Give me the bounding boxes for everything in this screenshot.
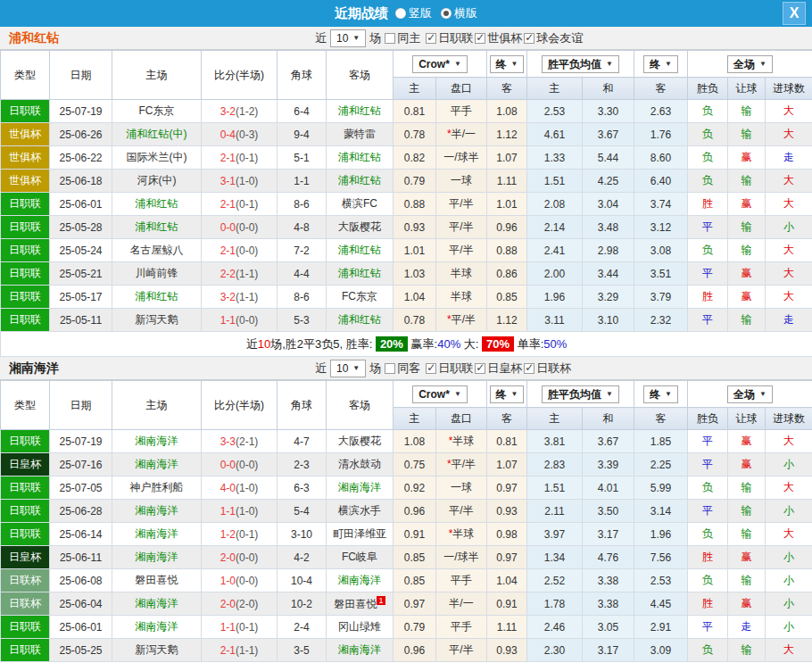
mean-period-select[interactable]: 终▼ — [643, 55, 678, 73]
odds-period-select[interactable]: 终▼ — [490, 385, 525, 403]
away-team: FC岐阜 — [327, 546, 394, 569]
mean-away: 3.14 — [634, 500, 688, 523]
result-handicap: 输 — [728, 639, 766, 662]
league-filter[interactable]: 球会友谊 — [524, 30, 583, 46]
odds-away: 0.97 — [487, 476, 527, 500]
handicap: 平/半 — [436, 500, 487, 523]
mean-draw: 3.48 — [583, 216, 634, 239]
odds-away: 0.91 — [487, 592, 527, 616]
section-bar: 湘南海洋 近 10▼ 场 同客 日职联日皇杯日联杯 — [0, 357, 812, 380]
col-date: 25-06-11 — [50, 546, 112, 569]
handicap: *半/一 — [436, 123, 487, 146]
away-team: 浦和红钻 — [327, 262, 394, 286]
result-goals: 小 — [766, 592, 812, 616]
radio-icon[interactable] — [441, 8, 452, 19]
table-header: 类型 日期 主场 比分(半场) 角球 客场 Crow*▼ 终▼ 胜平负均值▼ — [1, 51, 812, 100]
sub-mean-away: 客 — [634, 408, 688, 430]
league-checkbox[interactable] — [475, 33, 485, 44]
odds-source-select[interactable]: Crow*▼ — [412, 385, 468, 403]
score: 2-1(1-1) — [202, 639, 278, 662]
corners: 1-1 — [278, 170, 327, 193]
team-badge: 1 — [377, 596, 385, 605]
col-type: 日职联 — [1, 286, 50, 309]
result-wdl: 胜 — [688, 592, 728, 616]
close-button[interactable]: X — [783, 2, 806, 25]
layout-radio-option[interactable]: 横版 — [441, 5, 477, 21]
odds-period-select[interactable]: 终▼ — [490, 55, 525, 73]
sub-result-goals: 进球数 — [766, 78, 812, 100]
col-score-header: 比分(半场) — [202, 51, 278, 100]
league-checkbox[interactable] — [426, 33, 436, 44]
match-row: 日皇杯25-06-11湘南海洋2-0(0-0)4-2FC岐阜0.85一/球半0.… — [1, 546, 812, 569]
match-row: 日职联25-07-05神户胜利船4-0(1-0)6-3湘南海洋0.92一球0.9… — [1, 476, 812, 500]
away-team: 浦和红钻 — [327, 146, 394, 170]
odds-home: 0.79 — [394, 616, 436, 639]
odds-home: 0.85 — [394, 546, 436, 569]
result-goals: 大 — [766, 476, 812, 500]
odds-away: 0.96 — [487, 216, 527, 239]
odds-home: 0.91 — [394, 523, 436, 546]
radio-icon[interactable] — [395, 8, 406, 19]
col-type: 日职联 — [1, 430, 50, 453]
odds-home: 0.96 — [394, 639, 436, 662]
odds-source-select[interactable]: Crow*▼ — [412, 55, 468, 73]
odds-home: 0.93 — [394, 216, 436, 239]
result-wdl: 平 — [688, 262, 728, 286]
result-wdl: 负 — [688, 100, 728, 123]
mean-source-select[interactable]: 胜平负均值▼ — [542, 55, 619, 73]
league-checkbox[interactable] — [524, 33, 534, 44]
sub-odds-away: 客 — [487, 408, 527, 430]
league-filter[interactable]: 日联杯 — [524, 360, 571, 377]
league-checkbox[interactable] — [426, 363, 436, 374]
mean-draw: 3.05 — [583, 616, 634, 639]
same-venue-checkbox[interactable] — [385, 33, 395, 44]
col-date: 25-07-19 — [50, 430, 112, 453]
result-goals: 大 — [766, 430, 812, 453]
mean-period-select[interactable]: 终▼ — [643, 385, 678, 403]
away-team: 大阪樱花 — [327, 216, 394, 239]
match-row: 日职联25-07-19FC东京3-2(1-2)6-4浦和红钻0.81平手1.08… — [1, 100, 812, 123]
mean-home: 2.52 — [527, 569, 583, 592]
col-date: 25-06-01 — [50, 193, 112, 216]
match-count-select[interactable]: 10▼ — [330, 360, 366, 377]
odds-away: 0.93 — [487, 639, 527, 662]
odds-home: 1.08 — [394, 430, 436, 453]
odds-home: 0.81 — [394, 100, 436, 123]
sub-odds-away: 客 — [487, 78, 527, 100]
score: 1-1(1-0) — [202, 500, 278, 523]
league-filter[interactable]: 世俱杯 — [475, 30, 522, 46]
handicap: 一球 — [436, 476, 487, 500]
mean-home: 2.30 — [527, 639, 583, 662]
same-venue-filter[interactable]: 同主 — [385, 30, 420, 46]
league-checkbox[interactable] — [475, 363, 485, 374]
col-type: 日职联 — [1, 239, 50, 262]
league-filter[interactable]: 日皇杯 — [475, 360, 522, 377]
chevron-down-icon: ▼ — [352, 361, 360, 376]
mean-away: 8.60 — [634, 146, 688, 170]
result-handicap: 赢 — [728, 592, 766, 616]
odds-home: 1.03 — [394, 262, 436, 286]
mean-home: 3.11 — [527, 309, 583, 332]
same-venue-filter[interactable]: 同客 — [385, 360, 420, 377]
league-checkbox[interactable] — [524, 363, 534, 374]
mean-away: 2.25 — [634, 453, 688, 476]
league-filter[interactable]: 日职联 — [426, 360, 473, 377]
home-team: 湘南海洋 — [112, 616, 202, 639]
mean-home: 2.46 — [527, 616, 583, 639]
col-date: 25-05-24 — [50, 239, 112, 262]
score: 1-1(0-1) — [202, 616, 278, 639]
layout-radio-option[interactable]: 竖版 — [395, 5, 432, 21]
layout-radio-label: 竖版 — [409, 5, 432, 21]
team-name: 湘南海洋 — [9, 360, 59, 377]
mean-source-select[interactable]: 胜平负均值▼ — [542, 385, 619, 403]
mean-away: 7.56 — [634, 546, 688, 569]
match-count-select[interactable]: 10▼ — [330, 29, 366, 47]
home-team: 浦和红钻 — [112, 216, 202, 239]
same-venue-checkbox[interactable] — [385, 363, 395, 374]
league-filter[interactable]: 日职联 — [426, 30, 473, 46]
odds-away: 1.07 — [487, 146, 527, 170]
scope-select[interactable]: 全场▼ — [727, 385, 773, 403]
mean-away: 2.32 — [634, 309, 688, 332]
scope-select[interactable]: 全场▼ — [727, 55, 773, 73]
mean-away: 3.74 — [634, 193, 688, 216]
